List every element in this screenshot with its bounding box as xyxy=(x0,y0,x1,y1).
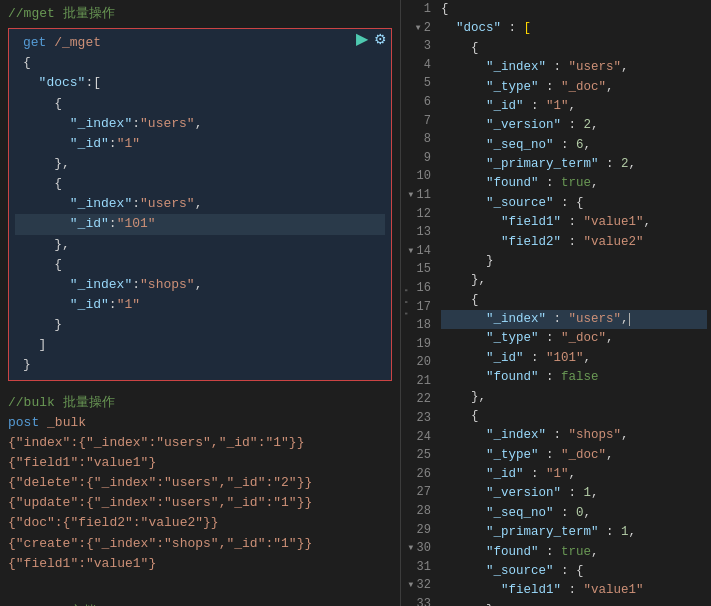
code-line-16: { xyxy=(441,291,707,310)
ln-24: 24 xyxy=(401,428,431,447)
ln-9: 9 xyxy=(401,149,431,168)
ln-32: 32 xyxy=(401,576,431,595)
ln-23: 23 xyxy=(401,409,431,428)
code-line-4: "_index" : "users", xyxy=(441,58,707,77)
mget-body-15: ] xyxy=(15,335,385,355)
mget-body-16: } xyxy=(15,355,385,375)
index-comment: //index 文档 xyxy=(0,602,400,606)
ln-20: 20 xyxy=(401,353,431,372)
mget-body-4: "_index":"users", xyxy=(15,114,385,134)
code-line-2: "docs" : [ xyxy=(441,19,707,38)
ln-25: 25 xyxy=(401,446,431,465)
ln-12: 12 xyxy=(401,205,431,224)
code-line-3: { xyxy=(441,39,707,58)
bulk-comment: //bulk 批量操作 xyxy=(0,393,400,413)
code-line-21: }, xyxy=(441,388,707,407)
mget-body-5: "_id":"1" xyxy=(15,134,385,154)
ln-21: 21 xyxy=(401,372,431,391)
ln-29: 29 xyxy=(401,521,431,540)
index-spacer xyxy=(0,582,400,602)
ln-4: 4 xyxy=(401,56,431,75)
ln-30: 30 xyxy=(401,539,431,558)
ln-5: 5 xyxy=(401,74,431,93)
code-line-24: "_type" : "_doc", xyxy=(441,446,707,465)
bulk-body-1: {"index":{"_index":"users","_id":"1"}} xyxy=(0,433,400,453)
code-line-23: "_index" : "shops", xyxy=(441,426,707,445)
ln-19: 19 xyxy=(401,335,431,354)
ln-13: 13 xyxy=(401,223,431,242)
mget-body-7: { xyxy=(15,174,385,194)
mget-body-9: "_id":"101" xyxy=(15,214,385,234)
middle-dots: ··· xyxy=(397,286,415,321)
code-line-1: { xyxy=(441,0,707,19)
mget-method-line: get /_mget xyxy=(15,33,385,53)
mget-request-block: ▶ ⚙ get /_mget { "docs":[ { "_index":"us… xyxy=(8,28,392,380)
code-line-28: "_primary_term" : 1, xyxy=(441,523,707,542)
mget-body-13: "_id":"1" xyxy=(15,295,385,315)
index-section: //index 文档 put users/_doc/100 { "name":"… xyxy=(0,578,400,606)
code-line-32: } xyxy=(441,601,707,606)
code-line-19: "_id" : "101", xyxy=(441,349,707,368)
ln-26: 26 xyxy=(401,465,431,484)
ln-3: 3 xyxy=(401,37,431,56)
ln-2: 2 xyxy=(401,19,431,38)
ln-31: 31 xyxy=(401,558,431,577)
bulk-body-6: {"create":{"_index":"shops","_id":"1"}} xyxy=(0,534,400,554)
code-line-10: "found" : true, xyxy=(441,174,707,193)
code-line-29: "found" : true, xyxy=(441,543,707,562)
mget-section: //mget 批量操作 ▶ ⚙ get /_mget { "docs":[ { … xyxy=(0,0,400,389)
code-line-11: "_source" : { xyxy=(441,194,707,213)
ln-7: 7 xyxy=(401,112,431,131)
code-line-5: "_type" : "_doc", xyxy=(441,78,707,97)
ln-27: 27 xyxy=(401,483,431,502)
ln-15: 15 xyxy=(401,260,431,279)
ln-11: 11 xyxy=(401,186,431,205)
ln-28: 28 xyxy=(401,502,431,521)
mget-body-6: }, xyxy=(15,154,385,174)
ln-1: 1 xyxy=(401,0,431,19)
code-line-17: "_index" : "users", xyxy=(441,310,707,329)
code-line-14: } xyxy=(441,252,707,271)
code-line-27: "_seq_no" : 0, xyxy=(441,504,707,523)
code-line-15: }, xyxy=(441,271,707,290)
left-panel[interactable]: //mget 批量操作 ▶ ⚙ get /_mget { "docs":[ { … xyxy=(0,0,400,606)
bulk-section: //bulk 批量操作 post _bulk {"index":{"_index… xyxy=(0,389,400,578)
settings-button[interactable]: ⚙ xyxy=(374,31,387,47)
mget-toolbar: ▶ ⚙ xyxy=(356,31,387,47)
code-line-26: "_version" : 1, xyxy=(441,484,707,503)
ln-33: 33 xyxy=(401,595,431,606)
mget-body-12: "_index":"shops", xyxy=(15,275,385,295)
code-line-6: "_id" : "1", xyxy=(441,97,707,116)
bulk-method-line: post _bulk xyxy=(0,413,400,433)
code-line-9: "_primary_term" : 2, xyxy=(441,155,707,174)
ln-8: 8 xyxy=(401,130,431,149)
code-line-30: "_source" : { xyxy=(441,562,707,581)
mget-comment: //mget 批量操作 xyxy=(0,4,400,24)
code-line-22: { xyxy=(441,407,707,426)
ln-6: 6 xyxy=(401,93,431,112)
bulk-body-7: {"field1":"value1"} xyxy=(0,554,400,574)
code-line-12: "field1" : "value1", xyxy=(441,213,707,232)
right-panel-content: 1 2 3 4 5 6 7 8 9 10 11 12 13 14 15 16 1… xyxy=(401,0,711,606)
bulk-body-2: {"field1":"value1"} xyxy=(0,453,400,473)
mget-body-14: } xyxy=(15,315,385,335)
bulk-body-3: {"delete":{"_index":"users","_id":"2"}} xyxy=(0,473,400,493)
code-line-20: "found" : false xyxy=(441,368,707,387)
right-panel[interactable]: 1 2 3 4 5 6 7 8 9 10 11 12 13 14 15 16 1… xyxy=(400,0,711,606)
code-line-7: "_version" : 2, xyxy=(441,116,707,135)
mget-body-11: { xyxy=(15,255,385,275)
bulk-body-4: {"update":{"_index":"users","_id":"1"}} xyxy=(0,493,400,513)
bulk-body-5: {"doc":{"field2":"value2"}} xyxy=(0,513,400,533)
code-line-25: "_id" : "1", xyxy=(441,465,707,484)
ln-10: 10 xyxy=(401,167,431,186)
run-button[interactable]: ▶ xyxy=(356,31,368,47)
mget-body-8: "_index":"users", xyxy=(15,194,385,214)
mget-body-3: { xyxy=(15,94,385,114)
code-line-31: "field1" : "value1" xyxy=(441,581,707,600)
ln-22: 22 xyxy=(401,390,431,409)
ln-14: 14 xyxy=(401,242,431,261)
code-line-13: "field2" : "value2" xyxy=(441,233,707,252)
mget-body-1: { xyxy=(15,53,385,73)
code-line-18: "_type" : "_doc", xyxy=(441,329,707,348)
mget-body-2: "docs":[ xyxy=(15,73,385,93)
